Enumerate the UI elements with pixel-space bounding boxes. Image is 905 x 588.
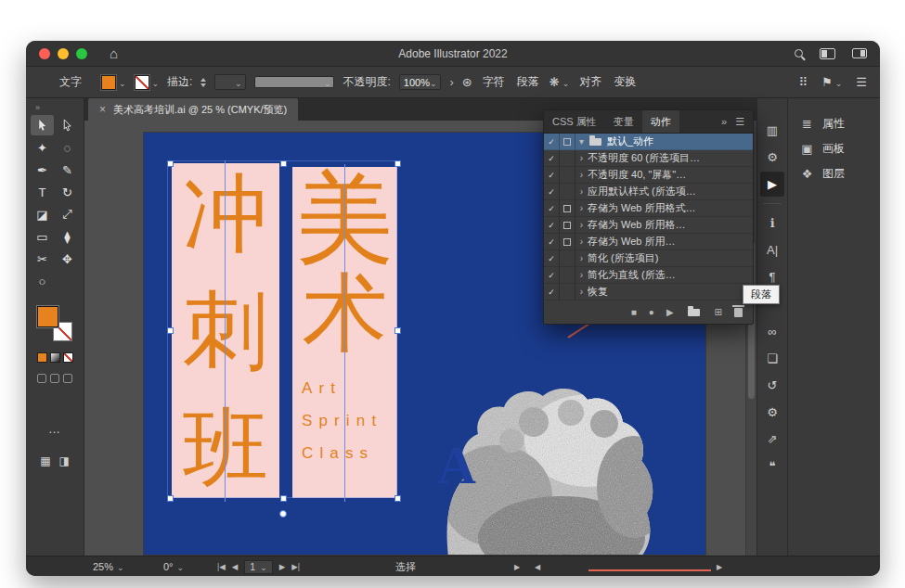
dialog-toggle[interactable] — [560, 217, 575, 233]
selection-handle[interactable] — [280, 160, 287, 167]
stop-icon[interactable]: ■ — [631, 308, 637, 317]
expand-icon[interactable]: › — [575, 270, 588, 280]
selection-handle[interactable] — [167, 327, 174, 334]
dialog-toggle[interactable] — [560, 234, 575, 249]
pen-tool[interactable]: ✒ — [31, 160, 54, 180]
workspace-control[interactable]: ⚑ — [821, 76, 842, 89]
check-icon[interactable]: ✓ — [544, 234, 560, 249]
screen-mode-icon[interactable] — [852, 48, 867, 58]
panel-tab[interactable]: CSS 属性 — [544, 110, 605, 133]
check-icon[interactable]: ✓ — [544, 217, 560, 233]
play-icon[interactable]: ▶ — [666, 308, 674, 317]
action-row[interactable]: ✓›不透明度 60 (所选项目… — [544, 150, 753, 167]
dialog-toggle[interactable] — [560, 200, 575, 216]
first-artboard-button[interactable] — [217, 562, 226, 571]
magic-wand-tool[interactable]: ✦ — [31, 137, 54, 158]
dock-item-layers[interactable]: ❖图层 — [788, 161, 880, 186]
check-icon[interactable]: ✓ — [544, 134, 560, 149]
flag-icon[interactable]: ⚑ — [821, 76, 833, 88]
selection-handle[interactable] — [167, 160, 174, 167]
expand-icon[interactable]: › — [575, 170, 588, 180]
chevron-down-icon[interactable] — [835, 76, 843, 89]
fullscreen-button[interactable] — [76, 48, 87, 59]
actions-panel-icon[interactable]: ▶ — [760, 172, 784, 197]
check-icon[interactable]: ✓ — [544, 267, 560, 283]
fill-stroke-control[interactable] — [37, 306, 72, 341]
zoom-tool[interactable]: ○ — [31, 271, 54, 291]
chevron-down-icon[interactable] — [430, 77, 437, 88]
action-row[interactable]: ✓›存储为 Web 所用… — [544, 234, 753, 250]
check-icon[interactable]: ✓ — [544, 150, 560, 166]
chevron-down-icon[interactable] — [177, 561, 185, 572]
lasso-tool[interactable]: ◌ — [56, 137, 79, 158]
check-icon[interactable]: ✓ — [544, 250, 560, 266]
selection-tool[interactable] — [31, 115, 54, 135]
stroke-swatch[interactable] — [135, 75, 149, 90]
close-button[interactable] — [39, 48, 50, 59]
align-button[interactable]: 对齐 — [577, 74, 603, 90]
artboards-panel-icon[interactable]: ❏ — [760, 346, 784, 371]
document-tab[interactable]: × 美术高考培训.ai @ 25 % (CMYK/预览) — [88, 98, 298, 121]
panel-menu-icon[interactable]: ☰ — [735, 116, 744, 128]
scroll-left-icon[interactable] — [535, 556, 540, 576]
color-button[interactable] — [37, 352, 47, 363]
delete-icon[interactable] — [734, 308, 743, 317]
dialog-toggle[interactable] — [560, 184, 575, 199]
action-row[interactable]: ✓›存储为 Web 所用格… — [544, 217, 753, 234]
type-tool[interactable]: T — [31, 182, 54, 202]
character-panel-icon[interactable]: A| — [760, 237, 784, 262]
selection-handle[interactable] — [394, 495, 401, 502]
links-panel-icon[interactable]: ∞ — [760, 319, 784, 344]
new-action-icon[interactable]: ⊞ — [715, 308, 722, 317]
status-menu-arrow-icon[interactable] — [514, 556, 520, 576]
comments-panel-icon[interactable]: ❝ — [760, 454, 784, 479]
record-icon[interactable]: ● — [649, 308, 654, 317]
edit-toolbar-button[interactable]: … — [48, 422, 61, 436]
horizontal-scrollbar-thumb[interactable] — [588, 569, 711, 571]
home-icon[interactable]: ⌂ — [110, 46, 118, 60]
selection-handle[interactable] — [394, 327, 401, 334]
stroke-profile-field[interactable] — [254, 76, 334, 88]
dots-grid-icon[interactable]: ⠿ — [799, 76, 808, 88]
expand-icon[interactable]: › — [575, 186, 588, 197]
effects-control[interactable]: ❋ — [549, 76, 569, 89]
history-panel-icon[interactable]: ↺ — [760, 373, 784, 398]
expand-icon[interactable]: › — [575, 203, 588, 213]
action-row[interactable]: ✓›简化 (所选项目) — [544, 250, 753, 267]
artboard-number-field[interactable]: 1 — [244, 560, 272, 574]
gradient-button[interactable] — [50, 352, 60, 363]
action-row[interactable]: ✓›恢复 — [544, 284, 753, 300]
expand-icon[interactable]: › — [575, 236, 588, 247]
sphere-icon[interactable]: ⊛ — [462, 76, 472, 88]
collapse-icon[interactable]: ▾ — [575, 136, 588, 147]
none-button[interactable] — [63, 352, 73, 363]
eyedropper-tool[interactable]: ⧫ — [56, 226, 79, 247]
selection-handle[interactable] — [280, 495, 287, 502]
selection-handle[interactable] — [394, 160, 401, 167]
dialog-toggle[interactable] — [560, 167, 575, 183]
opacity-field[interactable]: 100% — [399, 74, 442, 90]
next-artboard-button[interactable] — [279, 562, 286, 571]
chevron-right-icon[interactable] — [449, 75, 453, 89]
action-row[interactable]: ✓›应用默认样式 (所选项… — [544, 184, 753, 200]
action-row[interactable]: ✓›简化为直线 (所选… — [544, 267, 753, 284]
chevron-down-icon[interactable] — [235, 77, 242, 88]
scale-tool[interactable]: ⤢ — [56, 204, 79, 224]
dialog-toggle[interactable] — [560, 150, 575, 166]
dialog-toggle[interactable] — [560, 284, 575, 300]
panel-tab[interactable]: 变量 — [605, 110, 642, 133]
fill-swatch[interactable] — [101, 75, 116, 90]
eraser-tool[interactable]: ◪ — [31, 204, 54, 224]
path-endpoint-handle[interactable] — [279, 510, 287, 518]
scissors-tool[interactable]: ✂ — [31, 249, 54, 269]
dialog-toggle[interactable] — [560, 267, 575, 283]
expand-icon[interactable]: › — [575, 253, 588, 263]
draw-inside-icon[interactable] — [63, 374, 72, 383]
smart-gear-icon[interactable]: ⚙ — [760, 145, 784, 170]
chevron-down-icon[interactable] — [119, 76, 126, 89]
scroll-right-icon[interactable] — [717, 556, 722, 576]
action-row[interactable]: ✓›存储为 Web 所用格式… — [544, 200, 753, 217]
transform-button[interactable]: 变换 — [612, 74, 638, 90]
pencil-tool[interactable]: ✎ — [56, 160, 79, 180]
shape-tool[interactable]: ▭ — [31, 226, 54, 247]
